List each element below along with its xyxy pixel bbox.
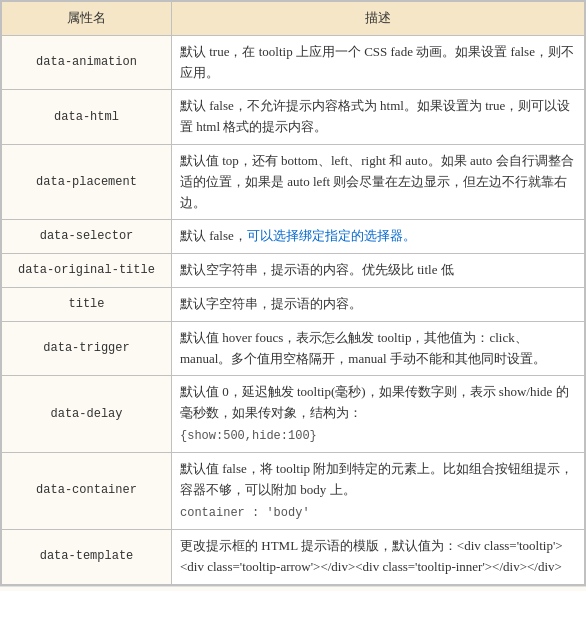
desc-cell: 默认空字符串，提示语的内容。优先级比 title 低 — [172, 254, 585, 288]
attr-name-cell: data-trigger — [2, 321, 172, 376]
desc-cell: 默认值 false，将 tooltip 附加到特定的元素上。比如组合按钮组提示，… — [172, 453, 585, 530]
desc-code-block: container : 'body' — [180, 504, 576, 523]
table-row: data-animation默认 true，在 tooltip 上应用一个 CS… — [2, 35, 585, 90]
desc-cell: 默认值 top，还有 bottom、left、right 和 auto。如果 a… — [172, 144, 585, 219]
attr-name-cell: data-selector — [2, 220, 172, 254]
header-desc: 描述 — [172, 2, 585, 36]
desc-text: 默认字空符串，提示语的内容。 — [180, 296, 362, 311]
desc-cell: 默认值 hover foucs，表示怎么触发 tooltip，其他值为：clic… — [172, 321, 585, 376]
desc-text: 默认值 false，将 tooltip 附加到特定的元素上。比如组合按钮组提示，… — [180, 461, 573, 497]
attr-name-cell: data-html — [2, 90, 172, 145]
watermark — [0, 586, 586, 591]
desc-text: 默认 false，不允许提示内容格式为 html。如果设置为 true，则可以设… — [180, 98, 570, 134]
attr-name-cell: data-animation — [2, 35, 172, 90]
desc-text: 默认 true，在 tooltip 上应用一个 CSS fade 动画。如果设置… — [180, 44, 574, 80]
desc-code-block: {show:500,hide:100} — [180, 427, 576, 446]
table-row: data-template更改提示框的 HTML 提示语的模版，默认值为：<di… — [2, 529, 585, 584]
attr-name-cell: data-template — [2, 529, 172, 584]
desc-cell: 更改提示框的 HTML 提示语的模版，默认值为：<div class='tool… — [172, 529, 585, 584]
attr-name-cell: title — [2, 287, 172, 321]
desc-cell: 默认 false，不允许提示内容格式为 html。如果设置为 true，则可以设… — [172, 90, 585, 145]
table-header-row: 属性名 描述 — [2, 2, 585, 36]
table-row: data-selector默认 false，可以选择绑定指定的选择器。 — [2, 220, 585, 254]
table-row: data-html默认 false，不允许提示内容格式为 html。如果设置为 … — [2, 90, 585, 145]
table-row: title默认字空符串，提示语的内容。 — [2, 287, 585, 321]
attr-name-cell: data-placement — [2, 144, 172, 219]
attr-name-cell: data-container — [2, 453, 172, 530]
desc-text: 默认值 top，还有 bottom、left、right 和 auto。如果 a… — [180, 153, 574, 210]
table-row: data-container默认值 false，将 tooltip 附加到特定的… — [2, 453, 585, 530]
main-table-container: 属性名 描述 data-animation默认 true，在 tooltip 上… — [0, 0, 586, 586]
table-row: data-original-title默认空字符串，提示语的内容。优先级比 ti… — [2, 254, 585, 288]
desc-text-blue: 可以选择绑定指定的选择器。 — [247, 228, 416, 243]
desc-text: 更改提示框的 HTML 提示语的模版，默认值为：<div class='tool… — [180, 538, 563, 574]
table-row: data-delay默认值 0，延迟触发 tooltip(毫秒)，如果传数字则，… — [2, 376, 585, 453]
desc-cell: 默认 true，在 tooltip 上应用一个 CSS fade 动画。如果设置… — [172, 35, 585, 90]
attr-name-cell: data-original-title — [2, 254, 172, 288]
desc-text: 默认空字符串，提示语的内容。优先级比 title 低 — [180, 262, 454, 277]
attr-name-cell: data-delay — [2, 376, 172, 453]
attributes-table: 属性名 描述 data-animation默认 true，在 tooltip 上… — [1, 1, 585, 585]
desc-cell: 默认 false，可以选择绑定指定的选择器。 — [172, 220, 585, 254]
table-row: data-trigger默认值 hover foucs，表示怎么触发 toolt… — [2, 321, 585, 376]
desc-text: 默认值 0，延迟触发 tooltip(毫秒)，如果传数字则，表示 show/hi… — [180, 384, 569, 420]
header-attr-name: 属性名 — [2, 2, 172, 36]
desc-text: 默认值 hover foucs，表示怎么触发 tooltip，其他值为：clic… — [180, 330, 546, 366]
desc-cell: 默认字空符串，提示语的内容。 — [172, 287, 585, 321]
desc-text: 默认 false， — [180, 228, 247, 243]
desc-cell: 默认值 0，延迟触发 tooltip(毫秒)，如果传数字则，表示 show/hi… — [172, 376, 585, 453]
table-row: data-placement默认值 top，还有 bottom、left、rig… — [2, 144, 585, 219]
